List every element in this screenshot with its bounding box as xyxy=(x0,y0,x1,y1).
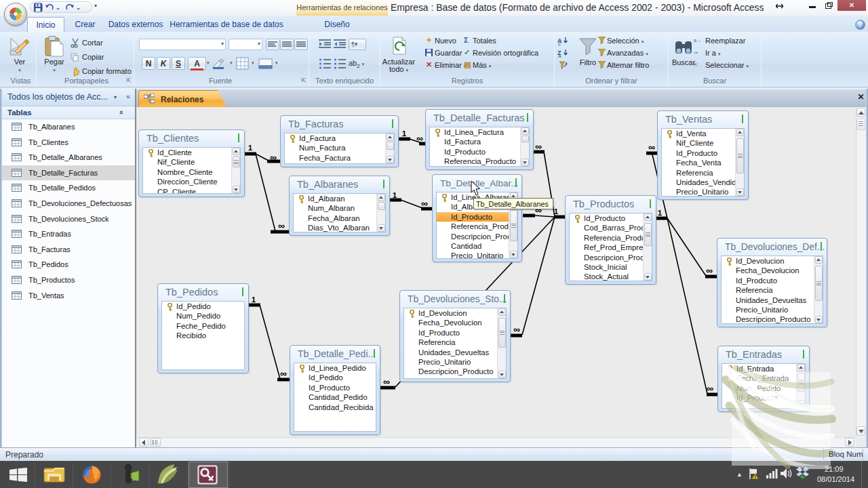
svg-text:∞: ∞ xyxy=(535,141,542,152)
svg-text:1: 1 xyxy=(402,129,407,138)
svg-text:1: 1 xyxy=(658,209,663,217)
svg-text:A: A xyxy=(558,54,561,58)
svg-text:∞: ∞ xyxy=(416,133,423,144)
svg-text:∞: ∞ xyxy=(648,142,655,152)
svg-text:∞: ∞ xyxy=(513,324,520,335)
svg-text:∞: ∞ xyxy=(706,265,713,276)
svg-text:∞: ∞ xyxy=(278,220,285,231)
svg-text:∞: ∞ xyxy=(280,368,287,379)
svg-text:1: 1 xyxy=(554,207,559,216)
svg-text:∞: ∞ xyxy=(383,376,390,387)
svg-text:∞: ∞ xyxy=(421,198,428,209)
svg-text:1: 1 xyxy=(393,191,397,199)
svg-text:Z: Z xyxy=(558,41,561,45)
svg-text:1: 1 xyxy=(252,296,256,304)
svg-text:1: 1 xyxy=(248,144,253,152)
svg-text:∞: ∞ xyxy=(270,152,277,163)
